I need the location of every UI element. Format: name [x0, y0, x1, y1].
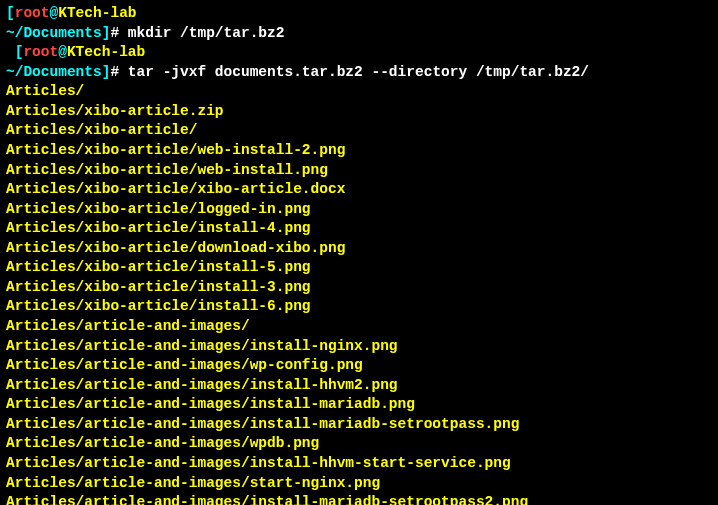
prompt-user: root	[15, 5, 50, 21]
command-text: tar -jvxf documents.tar.bz2 --directory …	[128, 64, 589, 80]
output-line: Articles/article-and-images/wp-config.pn…	[6, 356, 712, 376]
output-line: Articles/article-and-images/install-hhvm…	[6, 454, 712, 474]
output-line: Articles/xibo-article/web-install-2.png	[6, 141, 712, 161]
prompt-at: @	[50, 5, 59, 21]
prompt-line-2: ~/Documents]# mkdir /tmp/tar.bz2	[6, 24, 712, 44]
output-line: Articles/xibo-article/	[6, 121, 712, 141]
output-line: Articles/xibo-article/xibo-article.docx	[6, 180, 712, 200]
output-line: Articles/xibo-article/web-install.png	[6, 161, 712, 181]
output-line: Articles/	[6, 82, 712, 102]
prompt-space	[145, 44, 154, 60]
output-line: Articles/article-and-images/install-mari…	[6, 493, 712, 505]
prompt-bracket-open: [	[6, 5, 15, 21]
prompt-line-4: ~/Documents]# tar -jvxf documents.tar.bz…	[6, 63, 712, 83]
output-line: Articles/article-and-images/	[6, 317, 712, 337]
output-line: Articles/xibo-article/install-6.png	[6, 297, 712, 317]
output-line: Articles/xibo-article/install-4.png	[6, 219, 712, 239]
prompt-user: root	[23, 44, 58, 60]
output-line: Articles/article-and-images/install-ngin…	[6, 337, 712, 357]
output-container: Articles/Articles/xibo-article.zipArticl…	[6, 82, 712, 505]
prompt-host: KTech-lab	[67, 44, 145, 60]
prompt-bracket-open: [	[6, 44, 23, 60]
prompt-space	[137, 5, 146, 21]
output-line: Articles/article-and-images/install-mari…	[6, 395, 712, 415]
prompt-line-1: [root@KTech-lab	[6, 4, 712, 24]
prompt-path: ~/Documents	[6, 25, 102, 41]
output-line: Articles/article-and-images/start-nginx.…	[6, 474, 712, 494]
output-line: Articles/xibo-article/install-5.png	[6, 258, 712, 278]
prompt-at: @	[58, 44, 67, 60]
prompt-hash: #	[110, 64, 127, 80]
output-line: Articles/article-and-images/wpdb.png	[6, 434, 712, 454]
output-line: Articles/xibo-article/logged-in.png	[6, 200, 712, 220]
output-line: Articles/article-and-images/install-hhvm…	[6, 376, 712, 396]
output-line: Articles/article-and-images/install-mari…	[6, 415, 712, 435]
prompt-hash: #	[110, 25, 127, 41]
output-line: Articles/xibo-article/download-xibo.png	[6, 239, 712, 259]
output-line: Articles/xibo-article/install-3.png	[6, 278, 712, 298]
terminal-output: [root@KTech-lab ~/Documents]# mkdir /tmp…	[6, 4, 712, 505]
command-text: mkdir /tmp/tar.bz2	[128, 25, 285, 41]
prompt-path: ~/Documents	[6, 64, 102, 80]
prompt-line-3: [root@KTech-lab	[6, 43, 712, 63]
output-line: Articles/xibo-article.zip	[6, 102, 712, 122]
prompt-host: KTech-lab	[58, 5, 136, 21]
